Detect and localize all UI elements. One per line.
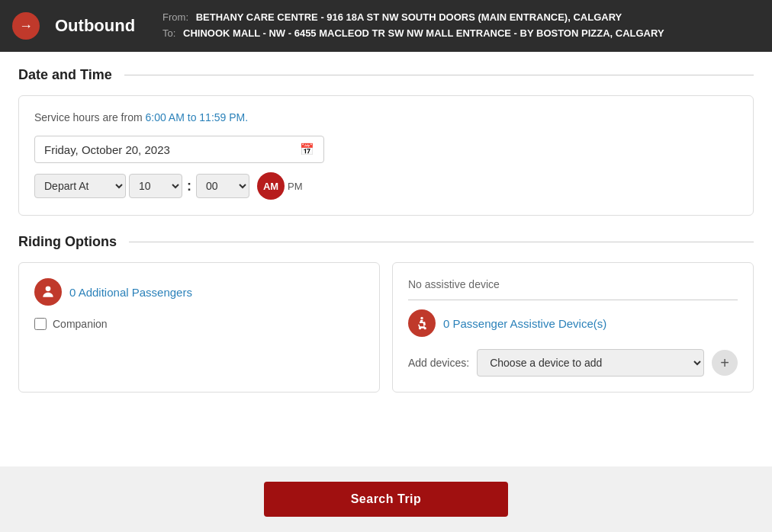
minute-select[interactable]: 00 [196, 174, 249, 198]
selected-date: Friday, October 20, 2023 [44, 143, 170, 156]
companion-label: Companion [53, 318, 108, 330]
from-label: From: [162, 11, 188, 23]
wheelchair-icon [408, 309, 436, 337]
pm-button[interactable]: PM [288, 181, 303, 192]
add-device-button[interactable]: + [712, 350, 738, 376]
date-picker-row[interactable]: Friday, October 20, 2023 📅 [34, 136, 324, 163]
svg-point-3 [424, 327, 426, 329]
device-count-label: 0 Passenger Assistive Device(s) [443, 317, 606, 330]
footer: Search Trip [0, 466, 772, 532]
main-content: Date and Time Service hours are from 6:0… [0, 52, 772, 466]
search-trip-button[interactable]: Search Trip [264, 482, 508, 517]
device-select[interactable]: Choose a device to add [477, 349, 704, 377]
add-devices-row: Add devices: Choose a device to add + [408, 349, 738, 377]
page-title: Outbound [55, 16, 135, 36]
from-route: From: BETHANY CARE CENTRE - 916 18A ST N… [162, 10, 664, 26]
device-row: 0 Passenger Assistive Device(s) [408, 309, 738, 337]
to-label: To: [162, 27, 175, 39]
route-info: From: BETHANY CARE CENTRE - 916 18A ST N… [162, 10, 664, 42]
svg-point-2 [419, 327, 421, 329]
to-route: To: CHINOOK MALL - NW - 6455 MACLEOD TR … [162, 26, 664, 42]
time-row: Depart At 10 : 00 AM PM [34, 172, 738, 200]
svg-point-1 [420, 317, 423, 319]
time-separator: : [187, 178, 191, 194]
am-pm-toggle: AM PM [257, 172, 303, 200]
date-time-title: Date and Time [18, 67, 112, 83]
service-hours-prefix: Service hours are from [34, 111, 146, 123]
no-device-text: No assistive device [408, 278, 738, 300]
service-hours-highlight: 6:00 AM to 11:59 PM. [146, 111, 249, 123]
companion-row: Companion [34, 318, 364, 330]
outbound-arrow-icon: → [12, 12, 40, 40]
riding-options-section-header: Riding Options [18, 234, 754, 250]
date-time-section-header: Date and Time [18, 67, 754, 83]
date-time-divider [124, 75, 754, 75]
passengers-card: 0 Additional Passengers Companion [18, 262, 380, 393]
passengers-count-label: 0 Additional Passengers [69, 286, 192, 299]
add-devices-label: Add devices: [408, 357, 469, 369]
from-address: BETHANY CARE CENTRE - 916 18A ST NW SOUT… [196, 11, 622, 23]
person-icon [34, 278, 62, 306]
hour-select[interactable]: 10 [129, 174, 182, 198]
passengers-row: 0 Additional Passengers [34, 278, 364, 306]
riding-options-cards: 0 Additional Passengers Companion No ass… [18, 262, 754, 393]
svg-point-0 [46, 287, 51, 292]
depart-at-select[interactable]: Depart At [34, 174, 126, 198]
calendar-icon[interactable]: 📅 [300, 143, 314, 156]
header: → Outbound From: BETHANY CARE CENTRE - 9… [0, 0, 772, 52]
am-button[interactable]: AM [257, 172, 285, 200]
riding-options-title: Riding Options [18, 234, 117, 250]
riding-options-divider [129, 242, 754, 242]
to-address: CHINOOK MALL - NW - 6455 MACLEOD TR SW N… [183, 27, 664, 39]
date-time-card: Service hours are from 6:00 AM to 11:59 … [18, 95, 754, 216]
companion-checkbox[interactable] [34, 318, 47, 330]
service-hours-text: Service hours are from 6:00 AM to 11:59 … [34, 111, 738, 123]
assistive-device-card: No assistive device 0 Passenger Assistiv… [392, 262, 754, 393]
